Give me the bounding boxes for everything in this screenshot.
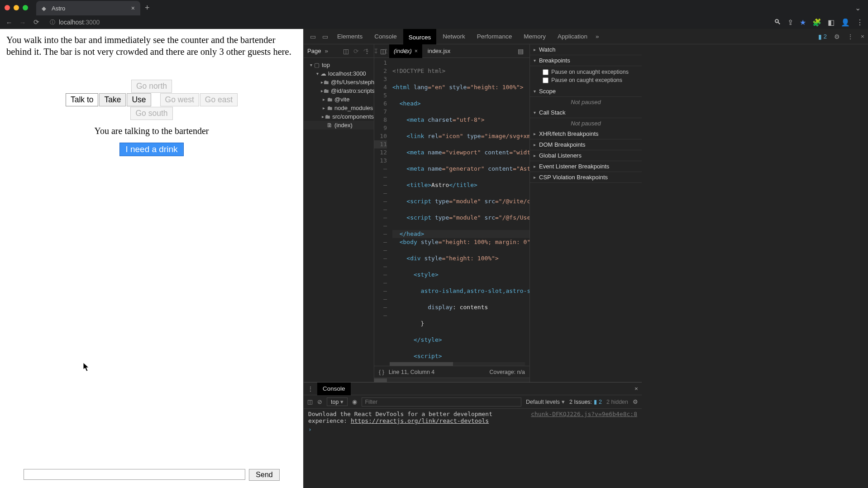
address-bar[interactable]: ⓘ localhost:3000 bbox=[45, 18, 767, 27]
watch-section[interactable]: ▸Watch bbox=[530, 44, 642, 55]
console-issues-button[interactable]: 2 Issues: ▮2 bbox=[569, 398, 602, 405]
tab-console[interactable]: Console bbox=[369, 29, 402, 44]
devtools-close-icon[interactable]: × bbox=[861, 33, 864, 40]
debugger-sidebar: ▸Watch ▾Breakpoints Pause on uncaught ex… bbox=[529, 44, 642, 382]
zoom-icon[interactable]: 🔍︎ bbox=[774, 18, 781, 26]
bookmark-icon[interactable]: ★ bbox=[800, 18, 806, 27]
tree-top[interactable]: ▾▢top bbox=[304, 61, 374, 69]
tab-sources[interactable]: Sources bbox=[403, 29, 437, 44]
input-row: Send bbox=[5, 469, 299, 481]
tab-application[interactable]: Application bbox=[552, 29, 593, 44]
send-button[interactable]: Send bbox=[249, 469, 279, 481]
go-north-button[interactable]: Go north bbox=[131, 80, 172, 93]
code-area[interactable]: 12345678910111213 ––––––––––––––––––– <!… bbox=[374, 58, 529, 366]
breakpoints-section[interactable]: ▾Breakpoints bbox=[530, 55, 642, 66]
tree-host[interactable]: ▾☁localhost:3000 bbox=[304, 69, 374, 78]
deactivate-breakpoints-icon[interactable]: ⊘ bbox=[404, 48, 409, 55]
go-south-button[interactable]: Go south bbox=[130, 107, 172, 120]
resume-icon[interactable]: ⟳ bbox=[353, 48, 359, 55]
csp-breakpoints-section[interactable]: ▸CSP Violation Breakpoints bbox=[530, 172, 642, 183]
editor-resize-scroll[interactable] bbox=[374, 378, 529, 382]
console-drawer-menu-icon[interactable]: ⋮ bbox=[307, 385, 314, 392]
element-picker-icon[interactable]: ▭ bbox=[307, 33, 319, 40]
hidden-count[interactable]: 2 hidden bbox=[606, 399, 628, 405]
tab-performance[interactable]: Performance bbox=[472, 29, 517, 44]
console-prompt[interactable]: › bbox=[308, 426, 637, 433]
command-input[interactable] bbox=[24, 469, 245, 480]
tab-network[interactable]: Network bbox=[437, 29, 471, 44]
tree-folder-4[interactable]: ▸🖿node_modules bbox=[304, 104, 374, 112]
console-filter-input[interactable] bbox=[362, 397, 521, 407]
console-message-source[interactable]: chunk-DFKQJ226.js?v=9e6b4e8c:8 bbox=[531, 411, 637, 417]
talking-to-text: You are talking to the bartender bbox=[95, 126, 209, 136]
back-button[interactable]: ← bbox=[5, 19, 14, 26]
log-levels-select[interactable]: Default levels▾ bbox=[526, 398, 565, 405]
dialog-choice-button[interactable]: I need a drink bbox=[119, 143, 183, 156]
tree-folder-5[interactable]: ▸🖿src/components bbox=[304, 112, 374, 121]
talk-to-button[interactable]: Talk to bbox=[66, 93, 99, 106]
close-file-icon[interactable]: × bbox=[415, 44, 418, 58]
global-listeners-section[interactable]: ▸Global Listeners bbox=[530, 150, 642, 161]
tab-memory[interactable]: Memory bbox=[518, 29, 551, 44]
profile-icon[interactable]: 👤 bbox=[841, 18, 850, 27]
console-settings-icon[interactable]: ⚙ bbox=[633, 398, 638, 405]
site-info-icon[interactable]: ⓘ bbox=[50, 19, 55, 26]
maximize-window-button[interactable] bbox=[23, 5, 28, 10]
reload-button[interactable]: ⟳ bbox=[32, 18, 41, 26]
tabs-dropdown-icon[interactable]: ⌄ bbox=[855, 4, 861, 12]
share-icon[interactable]: ⇪ bbox=[787, 18, 793, 27]
go-west-button[interactable]: Go west bbox=[160, 93, 199, 106]
close-tab-icon[interactable]: × bbox=[131, 5, 135, 12]
page-panel-tab[interactable]: Page bbox=[307, 48, 321, 54]
pause-caught-checkbox[interactable]: Pause on caught exceptions bbox=[543, 76, 638, 84]
tree-folder-2[interactable]: ▸🖿@id/astro:scripts bbox=[304, 86, 374, 95]
editor-tab-indexjsx[interactable]: index.jsx bbox=[423, 44, 455, 58]
extensions-icon[interactable]: 🧩 bbox=[812, 18, 821, 27]
console-close-icon[interactable]: × bbox=[634, 385, 638, 392]
new-tab-button[interactable]: + bbox=[145, 3, 150, 13]
device-toolbar-icon[interactable]: ▭ bbox=[320, 33, 331, 40]
go-east-button[interactable]: Go east bbox=[200, 93, 238, 106]
console-sidebar-icon[interactable]: ◫ bbox=[307, 398, 313, 405]
toggle-debugger-sidebar-icon[interactable]: ◫ bbox=[343, 48, 349, 55]
scope-section[interactable]: ▾Scope bbox=[530, 86, 642, 97]
use-button[interactable]: Use bbox=[127, 93, 151, 106]
horizontal-scrollbar[interactable] bbox=[390, 362, 525, 366]
console-context-select[interactable]: top▾ bbox=[327, 397, 348, 406]
callstack-section[interactable]: ▾Call Stack bbox=[530, 107, 642, 118]
event-listener-breakpoints-section[interactable]: ▸Event Listener Breakpoints bbox=[530, 161, 642, 172]
devtools-menu-icon[interactable]: ⋮ bbox=[847, 33, 854, 40]
tree-folder-3[interactable]: ▸🖿@vite bbox=[304, 95, 374, 104]
nav-more-icon[interactable]: » bbox=[324, 48, 328, 54]
line-gutter: 12345678910111213 ––––––––––––––––––– bbox=[374, 58, 390, 366]
callstack-not-paused: Not paused bbox=[530, 118, 642, 129]
devtools-settings-icon[interactable]: ⚙ bbox=[834, 33, 840, 40]
more-tabs-icon[interactable]: » bbox=[596, 33, 599, 40]
console-tab[interactable]: Console bbox=[317, 383, 351, 395]
sidepanel-icon[interactable]: ◧ bbox=[828, 18, 835, 27]
tree-file-index[interactable]: 🗎(index) bbox=[304, 121, 374, 129]
live-expression-icon[interactable]: ◉ bbox=[352, 398, 357, 405]
chrome-menu-icon[interactable]: ⋮ bbox=[856, 18, 863, 27]
step-icon[interactable]: → bbox=[393, 48, 400, 55]
close-window-button[interactable] bbox=[5, 5, 10, 10]
pause-uncaught-checkbox[interactable]: Pause on uncaught exceptions bbox=[543, 68, 638, 76]
main-area: You walk into the bar and immediately se… bbox=[0, 29, 868, 488]
step-over-icon[interactable]: ↷ bbox=[363, 48, 369, 55]
tab-elements[interactable]: Elements bbox=[332, 29, 368, 44]
console-body[interactable]: chunk-DFKQJ226.js?v=9e6b4e8c:8 Download … bbox=[304, 409, 642, 488]
step-out-icon[interactable]: ↥ bbox=[383, 48, 389, 55]
xhr-breakpoints-section[interactable]: ▸XHR/fetch Breakpoints bbox=[530, 129, 642, 139]
pretty-print-icon[interactable]: { } bbox=[379, 369, 384, 375]
forward-button[interactable]: → bbox=[18, 19, 27, 26]
clear-console-icon[interactable]: ⊘ bbox=[317, 398, 322, 405]
browser-tab[interactable]: ◆ Astro × bbox=[36, 1, 140, 15]
new-snippet-icon[interactable]: ▤ bbox=[515, 48, 526, 55]
step-into-icon[interactable]: ↧ bbox=[373, 48, 379, 55]
console-message-link[interactable]: https://reactjs.org/link/react-devtools bbox=[351, 417, 489, 424]
issues-badge[interactable]: ▮ 2 bbox=[818, 33, 827, 40]
tree-folder-1[interactable]: ▸🖿@fs/Users/stepha bbox=[304, 78, 374, 86]
take-button[interactable]: Take bbox=[99, 93, 126, 106]
dom-breakpoints-section[interactable]: ▸DOM Breakpoints bbox=[530, 139, 642, 150]
minimize-window-button[interactable] bbox=[14, 5, 19, 10]
